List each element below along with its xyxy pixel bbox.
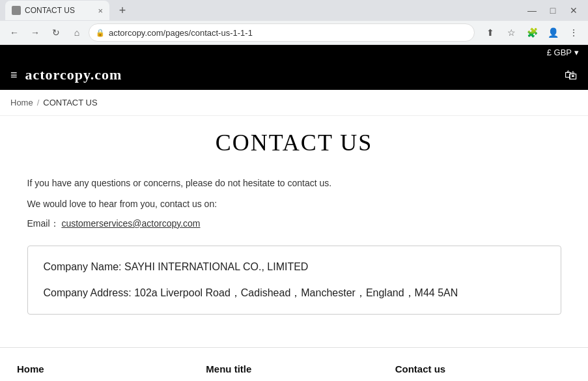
browser-menu-icon[interactable]: ⋮	[565, 23, 583, 42]
new-tab-button[interactable]: +	[113, 1, 132, 20]
currency-selector[interactable]: £ GBP ▾	[547, 48, 579, 57]
currency-chevron: ▾	[574, 48, 579, 57]
tab-title: CONTACT US	[25, 6, 75, 15]
intro-text-1: If you have any questions or concerns, p…	[27, 176, 561, 190]
footer-col-1: Home	[10, 363, 199, 381]
intro-text-2: We would love to hear from you, contact …	[27, 197, 561, 211]
maximize-button[interactable]: □	[544, 1, 562, 20]
refresh-button[interactable]: ↻	[47, 23, 65, 42]
footer-col-2-title: Menu title	[206, 363, 382, 374]
page-wrapper: CONTACT US × + — □ ✕ ← → ↻ ⌂ 🔒 actorcopy…	[0, 0, 588, 381]
back-button[interactable]: ←	[5, 23, 23, 42]
tab-favicon	[12, 6, 21, 15]
footer-col-3: Contact us	[389, 363, 578, 381]
page-title: CONTACT US	[27, 129, 561, 156]
forward-button[interactable]: →	[26, 23, 44, 42]
site-header: ≡ actorcopy.com 🛍	[0, 60, 588, 90]
active-tab[interactable]: CONTACT US ×	[5, 1, 109, 20]
address-actions: ⬆ ☆ 🧩 👤 ⋮	[481, 23, 583, 42]
browser-chrome: CONTACT US × + — □ ✕ ← → ↻ ⌂ 🔒 actorcopy…	[0, 0, 588, 45]
breadcrumb-current: CONTACT US	[43, 98, 97, 107]
share-icon[interactable]: ⬆	[481, 23, 499, 42]
breadcrumb-separator: /	[37, 98, 40, 107]
email-label: Email：	[27, 218, 59, 229]
footer-col-3-title: Contact us	[395, 363, 571, 374]
minimize-button[interactable]: —	[523, 1, 541, 20]
site-footer: Home Menu title Contact us	[0, 347, 588, 381]
info-box: Company Name: SAYHI INTERNATIONAL CO., L…	[27, 246, 561, 315]
cart-icon[interactable]: 🛍	[565, 68, 578, 83]
extensions-icon[interactable]: 🧩	[523, 23, 541, 42]
home-button[interactable]: ⌂	[68, 23, 86, 42]
breadcrumb-home-link[interactable]: Home	[10, 98, 33, 107]
company-name-line: Company Name: SAYHI INTERNATIONAL CO., L…	[44, 259, 545, 275]
tab-close-button[interactable]: ×	[98, 6, 103, 16]
url-text: actorcopy.com/pages/contact-us-1-1-1	[109, 28, 253, 38]
site-top-bar: £ GBP ▾	[0, 45, 588, 60]
footer-col-2: Menu title	[199, 363, 388, 381]
address-bar-row: ← → ↻ ⌂ 🔒 actorcopy.com/pages/contact-us…	[0, 21, 588, 44]
currency-label: £ GBP	[547, 48, 572, 57]
email-line: Email： customerservices@actorcopy.com	[27, 218, 561, 230]
company-address-line: Company Address: 102a Liverpool Road，Cad…	[44, 285, 545, 301]
website: £ GBP ▾ ≡ actorcopy.com 🛍 Home / CONTACT…	[0, 45, 588, 381]
close-window-button[interactable]: ✕	[565, 1, 583, 20]
email-link[interactable]: customerservices@actorcopy.com	[61, 218, 200, 229]
profile-icon[interactable]: 👤	[544, 23, 562, 42]
footer-col-1-title: Home	[17, 363, 193, 374]
site-logo[interactable]: actorcopy.com	[25, 66, 122, 83]
bookmark-icon[interactable]: ☆	[502, 23, 520, 42]
address-bar[interactable]: 🔒 actorcopy.com/pages/contact-us-1-1-1	[89, 23, 475, 42]
breadcrumb: Home / CONTACT US	[0, 90, 588, 116]
hamburger-menu-icon[interactable]: ≡	[10, 68, 18, 82]
main-content: CONTACT US If you have any questions or …	[8, 116, 581, 347]
lock-icon: 🔒	[96, 29, 105, 37]
tab-bar: CONTACT US × + — □ ✕	[0, 0, 588, 21]
